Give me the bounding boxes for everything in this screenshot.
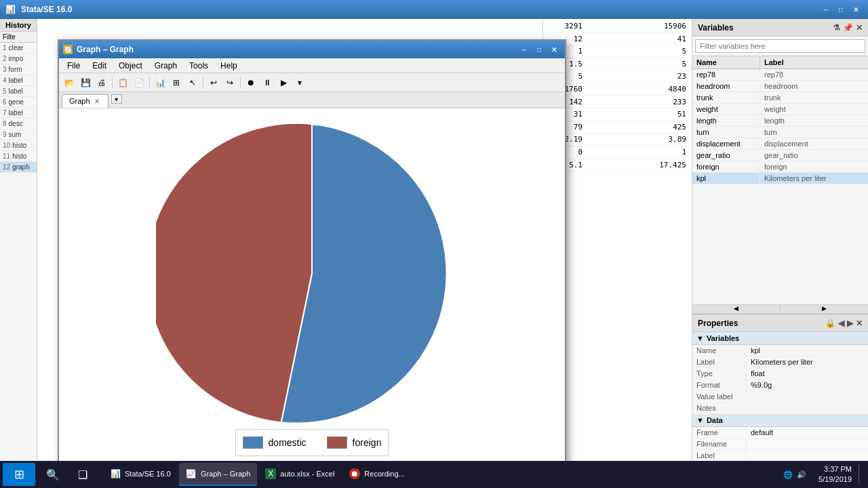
pie-foreign-slice	[156, 123, 312, 422]
var-row-trunk[interactable]: trunk trunk	[692, 92, 868, 104]
var-row-displacement[interactable]: displacement displacement	[692, 138, 868, 150]
pin-icon[interactable]: 📌	[843, 23, 853, 33]
filter-icon[interactable]: ⚗	[833, 23, 840, 33]
properties-header: Properties 🔒 ◀ ▶ ✕	[692, 314, 868, 332]
right-panel: Variables ⚗ 📌 ✕ Name Label rep78	[692, 19, 868, 473]
prop-close-icon[interactable]: ✕	[856, 319, 863, 328]
close-icon[interactable]: ✕	[856, 23, 863, 33]
table-row: 79425	[547, 121, 688, 134]
taskbar-clock[interactable]: 3:37 PM 5/19/2019	[814, 464, 856, 485]
variables-search-area	[692, 37, 868, 56]
taskbar-search-icon[interactable]: 🔍	[39, 463, 66, 486]
list-item[interactable]: 7label	[0, 108, 37, 119]
menu-file[interactable]: File	[62, 60, 85, 72]
toolbar-table-btn[interactable]: ⊞	[169, 75, 184, 90]
list-item[interactable]: 10histo	[0, 140, 37, 151]
stata-maximize-btn[interactable]: □	[834, 4, 848, 15]
prop-variables-section-header[interactable]: ▼ Variables	[692, 332, 868, 345]
toolbar-pause-btn[interactable]: ⏸	[260, 75, 275, 90]
toolbar-copy-btn[interactable]: 📋	[115, 75, 130, 90]
toolbar-play-dropdown-btn[interactable]: ▾	[292, 75, 307, 90]
toolbar-paste-btn[interactable]: 📄	[132, 75, 146, 90]
prop-type-value: float	[747, 368, 868, 379]
graph-tab-close[interactable]: ✕	[93, 98, 101, 105]
var-row-turn[interactable]: turn turn	[692, 127, 868, 138]
variables-search-input[interactable]	[695, 39, 865, 53]
toolbar-sep-3	[203, 77, 203, 89]
show-desktop-btn[interactable]	[859, 464, 863, 485]
graph-maximize-btn[interactable]: □	[532, 44, 546, 55]
taskbar-app-recording[interactable]: ⏺ Recording...	[342, 463, 411, 486]
graph-title-bar: 📈 Graph – Graph ─ □ ✕	[59, 41, 565, 58]
systray-sound-icon[interactable]: 🔊	[797, 470, 806, 479]
var-row-kpl[interactable]: kpl Kilometers per liter	[692, 173, 868, 184]
systray: 🌐 🔊	[778, 470, 812, 479]
menu-object[interactable]: Object	[113, 60, 148, 72]
prop-prev-icon[interactable]: ◀	[838, 319, 844, 328]
graph-tabbar-empty[interactable]: ▾	[108, 92, 562, 108]
var-row-weight[interactable]: weight weight	[692, 104, 868, 115]
toolbar-print-btn[interactable]: 🖨	[94, 75, 109, 90]
graph-minimize-btn[interactable]: ─	[517, 44, 531, 55]
var-scroll-left[interactable]: ◀	[692, 305, 781, 314]
taskbar-app-graph[interactable]: 📈 Graph – Graph	[179, 463, 257, 486]
var-name: trunk	[692, 92, 760, 103]
prop-notes-label: Notes	[692, 403, 747, 413]
var-row-length[interactable]: length length	[692, 115, 868, 127]
var-row-gear-ratio[interactable]: gear_ratio gear_ratio	[692, 150, 868, 161]
list-item[interactable]: 6gene	[0, 97, 37, 108]
var-row-headroom[interactable]: headroom headroom	[692, 81, 868, 92]
list-item[interactable]: 4label	[0, 75, 37, 86]
var-scroll-right[interactable]: ▶	[781, 305, 868, 314]
graph-title-icon: 📈	[63, 45, 73, 54]
toolbar-select-btn[interactable]: ↖	[185, 75, 200, 90]
taskbar-task-view-icon[interactable]: ❑	[69, 463, 96, 486]
table-row: 15	[547, 45, 688, 58]
table-row: 142233	[547, 96, 688, 109]
var-row-foreign[interactable]: foreign foreign	[692, 161, 868, 173]
var-name: foreign	[692, 161, 760, 172]
graph-title-text: Graph – Graph	[77, 45, 134, 54]
prop-lock-icon[interactable]: 🔒	[825, 319, 835, 328]
var-label: gear_ratio	[760, 150, 868, 161]
list-item[interactable]: 11histo	[0, 151, 37, 162]
toolbar-open-btn[interactable]: 📂	[62, 75, 77, 90]
menu-edit[interactable]: Edit	[87, 60, 112, 72]
taskbar-app-excel[interactable]: X auto.xlsx - Excel	[258, 463, 341, 486]
menu-tools[interactable]: Tools	[184, 60, 214, 72]
var-label: rep78	[760, 69, 868, 80]
stata-body: History Filte 1clear 2impo 3form 4label …	[0, 19, 868, 473]
list-item[interactable]: 2impo	[0, 54, 37, 64]
stata-main-window: 📊 Stata/SE 16.0 ─ □ ✕ History Filte 1cle…	[0, 0, 868, 488]
toolbar-undo-btn[interactable]: ↩	[206, 75, 221, 90]
list-item[interactable]: 5label	[0, 86, 37, 97]
list-item[interactable]: 12graph	[0, 162, 37, 173]
toolbar-graph-btn[interactable]: 📊	[153, 75, 167, 90]
menu-help[interactable]: Help	[215, 60, 243, 72]
list-item[interactable]: 8desc	[0, 119, 37, 129]
prop-row-label: Label Kilometers per liter	[692, 357, 868, 368]
systray-network-icon[interactable]: 🌐	[783, 470, 793, 479]
graph-tab[interactable]: Graph ✕	[62, 94, 108, 108]
toolbar-redo-btn[interactable]: ↪	[222, 75, 237, 90]
taskbar-quick-icons: 🔍 ❑	[39, 463, 96, 486]
prop-data-section-header[interactable]: ▼ Data	[692, 414, 868, 427]
stata-app-icon: 📊	[110, 468, 121, 479]
list-item[interactable]: 3form	[0, 64, 37, 75]
variables-header: Variables ⚗ 📌 ✕	[692, 19, 868, 37]
prop-variables-content: Name kpl Label Kilometers per liter Type…	[692, 345, 868, 414]
toolbar-save-btn[interactable]: 💾	[78, 75, 93, 90]
stata-minimize-btn[interactable]: ─	[819, 4, 833, 15]
graph-close-btn[interactable]: ✕	[547, 44, 561, 55]
list-item[interactable]: 1clear	[0, 43, 37, 54]
taskbar-app-stata[interactable]: 📊 Stata/SE 16.0	[103, 463, 178, 486]
list-item[interactable]: 9sum	[0, 129, 37, 140]
toolbar-play-btn[interactable]: ▶	[276, 75, 291, 90]
toolbar-record-btn[interactable]: ⏺	[243, 75, 258, 90]
center-area: 329115906 1241 15 1.55 523 17604840 1422…	[37, 19, 692, 473]
start-button[interactable]: ⊞	[3, 463, 35, 486]
stata-close-btn[interactable]: ✕	[849, 4, 863, 15]
var-row-rep78[interactable]: rep78 rep78	[692, 69, 868, 81]
menu-graph[interactable]: Graph	[149, 60, 182, 72]
prop-next-icon[interactable]: ▶	[847, 319, 853, 328]
